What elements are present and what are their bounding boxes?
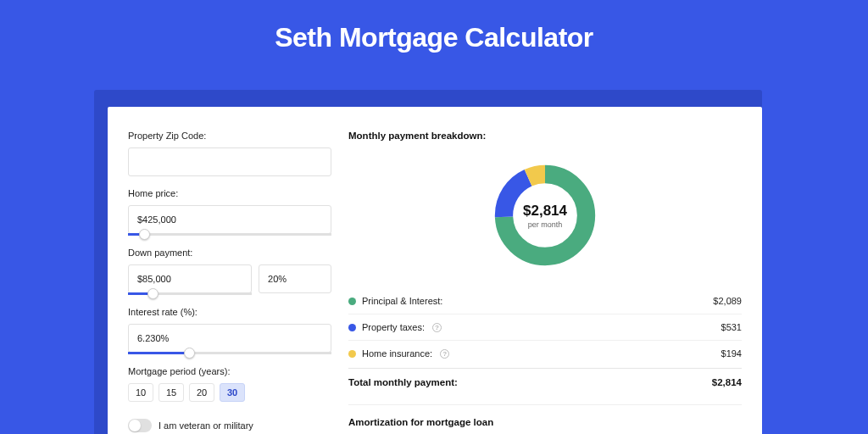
period-btn-10[interactable]: 10 [128,383,153,402]
donut-amount: $2,814 [523,203,567,220]
period-btn-30[interactable]: 30 [220,383,245,402]
help-icon[interactable]: ? [440,349,449,359]
form-column: Property Zip Code: Home price: Down paym… [128,131,331,434]
breakdown-item-label: Principal & Interest: [362,296,442,306]
breakdown-item-value: $531 [721,322,742,332]
zip-label: Property Zip Code: [128,131,331,141]
down-slider[interactable] [128,292,252,295]
legend-dot [348,350,356,358]
breakdown-title: Monthly payment breakdown: [348,131,742,141]
breakdown-item-value: $2,089 [713,296,742,306]
legend-dot [348,324,356,331]
breakdown-item-label: Home insurance: [362,348,432,359]
price-slider[interactable] [128,233,331,236]
zip-field: Property Zip Code: [128,131,331,176]
legend-dot [348,298,356,305]
down-label: Down payment: [128,248,331,258]
rate-input[interactable] [128,324,331,353]
period-label: Mortgage period (years): [128,366,331,376]
period-btn-20[interactable]: 20 [189,383,214,402]
donut-chart: $2,814 per month [491,161,599,270]
breakdown-item-value: $194 [721,348,742,359]
rate-label: Interest rate (%): [128,307,331,317]
breakdown-lines: Principal & Interest:$2,089Property taxe… [348,288,742,366]
zip-input[interactable] [128,147,331,176]
rate-slider-thumb[interactable] [184,348,195,359]
veteran-row: I am veteran or military [128,419,331,432]
down-field: Down payment: [128,248,331,295]
breakdown-line: Home insurance:?$194 [348,341,742,366]
donut-center: $2,814 per month [491,161,599,270]
rate-slider-fill [128,352,189,354]
amortization-title: Amortization for mortgage loan [348,417,742,427]
page: Seth Mortgage Calculator Property Zip Co… [0,0,868,434]
calculator-card: Property Zip Code: Home price: Down paym… [108,107,762,434]
period-buttons: 10152030 [128,383,331,402]
total-row: Total monthly payment: $2,814 [348,368,742,399]
total-label: Total monthly payment: [348,377,458,387]
donut-chart-area: $2,814 per month [348,151,742,280]
breakdown-item-label: Property taxes: [362,322,425,332]
total-value: $2,814 [712,377,742,387]
price-slider-thumb[interactable] [139,229,150,240]
page-title: Seth Mortgage Calculator [0,0,868,72]
breakdown-column: Monthly payment breakdown: $2,814 per mo… [348,131,742,434]
down-amount-input[interactable] [128,264,252,293]
breakdown-line: Principal & Interest:$2,089 [348,288,742,314]
price-field: Home price: [128,188,331,236]
rate-field: Interest rate (%): [128,307,331,354]
donut-subtext: per month [528,220,563,229]
period-btn-15[interactable]: 15 [159,383,184,402]
veteran-label: I am veteran or military [159,420,253,431]
down-slider-thumb[interactable] [147,288,159,299]
veteran-toggle[interactable] [128,419,152,432]
help-icon[interactable]: ? [432,323,442,332]
price-input[interactable] [128,205,331,234]
period-field: Mortgage period (years): 10152030 [128,366,331,402]
amortization-section: Amortization for mortgage loan Amortizat… [348,404,742,434]
down-percent-input[interactable] [259,264,331,293]
breakdown-line: Property taxes:?$531 [348,314,742,341]
rate-slider[interactable] [128,352,331,354]
price-label: Home price: [128,188,331,198]
